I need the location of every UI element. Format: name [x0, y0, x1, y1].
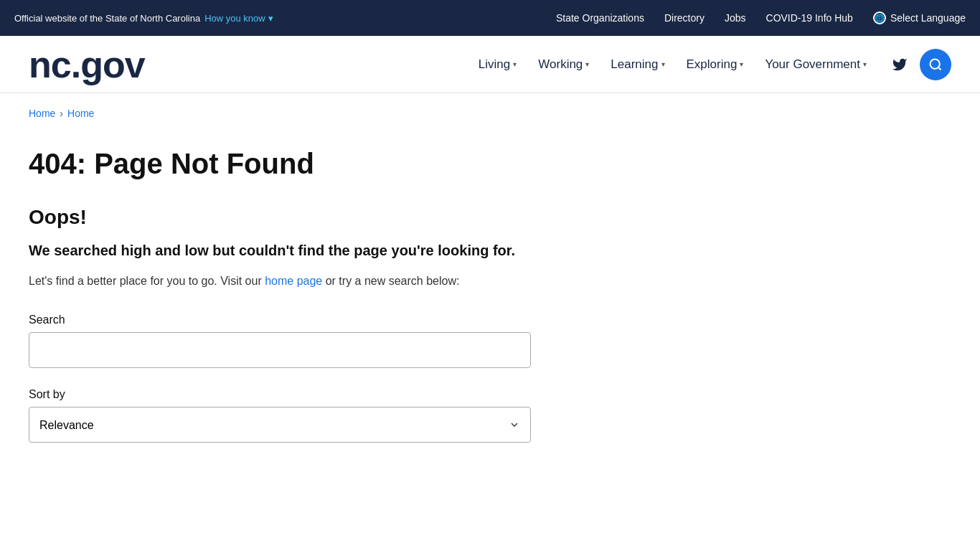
- sort-by-label: Sort by: [29, 388, 531, 401]
- svg-point-0: [930, 59, 940, 68]
- top-bar: Official website of the State of North C…: [0, 0, 980, 36]
- search-input[interactable]: [29, 332, 531, 368]
- suggestion-text: Let's find a better place for you to go.…: [29, 275, 531, 288]
- covid-link[interactable]: COVID-19 Info Hub: [766, 12, 853, 24]
- site-logo[interactable]: nc.gov: [29, 46, 145, 83]
- home-page-link[interactable]: home page: [265, 275, 322, 287]
- breadcrumb-home-first[interactable]: Home: [29, 108, 55, 119]
- not-found-message: We searched high and low but couldn't fi…: [29, 240, 531, 260]
- header: nc.gov Living ▾ Working ▾ Learning ▾ Exp…: [0, 36, 980, 93]
- state-orgs-link[interactable]: State Organizations: [556, 12, 644, 24]
- language-label: Select Language: [890, 12, 966, 24]
- breadcrumb: Home › Home: [0, 93, 980, 126]
- chevron-down-icon: ▾: [661, 60, 665, 68]
- top-bar-left: Official website of the State of North C…: [14, 13, 273, 24]
- nav-icons: [887, 49, 951, 80]
- page-title: 404: Page Not Found: [29, 148, 531, 180]
- search-label: Search: [29, 314, 531, 326]
- directory-link[interactable]: Directory: [664, 12, 705, 24]
- svg-line-1: [938, 67, 941, 70]
- chevron-down-icon: ▾: [863, 60, 867, 68]
- oops-heading: Oops!: [29, 206, 531, 229]
- language-selector[interactable]: 🌐 Select Language: [873, 11, 966, 24]
- main-nav: Living ▾ Working ▾ Learning ▾ Exploring …: [470, 49, 951, 80]
- search-button[interactable]: [920, 49, 951, 80]
- chevron-down-icon: ▾: [268, 13, 273, 24]
- nav-living[interactable]: Living ▾: [470, 52, 525, 77]
- breadcrumb-home-second[interactable]: Home: [67, 108, 94, 119]
- how-you-know-link[interactable]: How you know ▾: [204, 13, 273, 24]
- official-text: Official website of the State of North C…: [14, 13, 200, 24]
- twitter-icon: [892, 57, 908, 72]
- suggestion-post: or try a new search below:: [322, 275, 459, 287]
- sort-select[interactable]: Relevance Date Title: [29, 407, 531, 443]
- search-icon: [928, 57, 943, 72]
- chevron-down-icon: ▾: [585, 60, 589, 68]
- chevron-down-icon: ▾: [513, 60, 517, 68]
- nav-working[interactable]: Working ▾: [529, 52, 598, 77]
- chevron-down-icon: ▾: [740, 60, 743, 68]
- jobs-link[interactable]: Jobs: [725, 12, 746, 24]
- suggestion-pre: Let's find a better place for you to go.…: [29, 275, 265, 287]
- breadcrumb-separator: ›: [60, 108, 63, 119]
- globe-icon: 🌐: [873, 11, 886, 24]
- nav-learning[interactable]: Learning ▾: [602, 52, 673, 77]
- top-bar-right: State Organizations Directory Jobs COVID…: [556, 11, 966, 24]
- nav-your-government[interactable]: Your Government ▾: [756, 52, 875, 77]
- main-content: 404: Page Not Found Oops! We searched hi…: [0, 126, 560, 486]
- nav-exploring[interactable]: Exploring ▾: [678, 52, 753, 77]
- twitter-button[interactable]: [887, 52, 913, 77]
